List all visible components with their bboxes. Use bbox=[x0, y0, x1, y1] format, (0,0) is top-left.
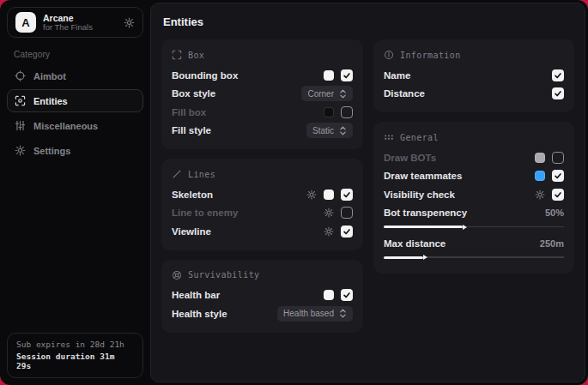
gear-icon[interactable] bbox=[324, 226, 334, 237]
checkbox-fill-box[interactable] bbox=[341, 106, 353, 118]
setting-row-viewline: Viewline bbox=[172, 222, 353, 241]
checkbox-distance[interactable] bbox=[552, 87, 564, 99]
setting-label: Fill style bbox=[172, 125, 306, 135]
color-swatch[interactable] bbox=[324, 70, 334, 81]
slider-max-distance[interactable] bbox=[384, 254, 564, 262]
chevrons-up-down-icon bbox=[339, 89, 347, 99]
chevrons-up-down-icon bbox=[339, 309, 347, 318]
checkbox-name[interactable] bbox=[552, 69, 564, 81]
check-icon bbox=[554, 171, 562, 180]
checkbox-line-to-enemy[interactable] bbox=[341, 207, 353, 219]
check-icon bbox=[554, 71, 562, 80]
check-icon bbox=[554, 89, 562, 98]
sidebar-item-label: Settings bbox=[33, 146, 70, 156]
color-swatch[interactable] bbox=[324, 189, 334, 200]
main-panel: Entities Box Bounding box bbox=[150, 3, 585, 382]
setting-row-bot-transparency: Bot transpenency 50% bbox=[384, 204, 564, 223]
color-swatch[interactable] bbox=[324, 107, 334, 117]
checkbox-visibility-check[interactable] bbox=[552, 189, 564, 201]
setting-label: Health bar bbox=[172, 290, 324, 300]
setting-label: Line to enemy bbox=[172, 208, 324, 218]
sidebar-item-label: Entities bbox=[33, 96, 68, 106]
setting-label: Health style bbox=[172, 309, 277, 319]
slider-thumb[interactable] bbox=[423, 255, 427, 260]
life-ring-icon bbox=[172, 270, 182, 280]
dropdown-value: Health based bbox=[283, 309, 334, 318]
card-information: Information Name Distance bbox=[373, 39, 574, 112]
slider-value: 50% bbox=[545, 208, 564, 218]
checkbox-draw-bots[interactable] bbox=[552, 152, 564, 164]
sidebar-item-miscellaneous[interactable]: Miscellaneous bbox=[7, 114, 143, 137]
app-subtitle: for The Finals bbox=[43, 23, 117, 33]
checkbox-health-bar[interactable] bbox=[341, 289, 353, 301]
grid-glyph bbox=[384, 132, 394, 142]
setting-row-draw-bots: Draw BOTs bbox=[384, 148, 564, 167]
setting-row-fill-style: Fill style Static bbox=[172, 122, 353, 141]
setting-label: Bot transpenency bbox=[384, 208, 545, 218]
gear-icon[interactable] bbox=[124, 17, 135, 28]
slider-track bbox=[423, 256, 564, 258]
gear-icon[interactable] bbox=[535, 189, 545, 200]
color-swatch[interactable] bbox=[535, 153, 545, 163]
dropdown-fill-style[interactable]: Static bbox=[306, 123, 353, 138]
checkbox-viewline[interactable] bbox=[341, 226, 353, 238]
slider-value: 250m bbox=[540, 238, 564, 249]
dropdown-box-style[interactable]: Corner bbox=[301, 86, 353, 101]
setting-label: Viewline bbox=[172, 226, 324, 237]
setting-row-health-bar: Health bar bbox=[172, 286, 353, 305]
info-icon bbox=[384, 50, 394, 60]
setting-row-skeleton: Skeleton bbox=[172, 185, 353, 204]
entities-scan-icon bbox=[15, 95, 26, 106]
setting-row-fill-box: Fill box bbox=[172, 103, 353, 122]
chevrons-up-down-icon bbox=[339, 126, 347, 135]
setting-label: Draw BOTs bbox=[384, 153, 535, 163]
setting-row-line-to-enemy: Line to enemy bbox=[172, 204, 353, 223]
sidebar-item-entities[interactable]: Entities bbox=[7, 89, 143, 112]
card-survivability: Survivability Health bar Health style He… bbox=[161, 260, 363, 333]
app-name: Arcane bbox=[43, 13, 117, 23]
card-title: Information bbox=[400, 51, 461, 60]
dropdown-health-style[interactable]: Health based bbox=[277, 306, 353, 322]
setting-label: Max distance bbox=[384, 238, 540, 249]
gear-icon[interactable] bbox=[324, 208, 334, 218]
sidebar-item-aimbot[interactable]: Aimbot bbox=[7, 64, 143, 87]
color-swatch[interactable] bbox=[535, 171, 545, 181]
checkbox-draw-teammates[interactable] bbox=[552, 170, 564, 182]
crosshair-icon bbox=[15, 70, 26, 81]
gear-icon[interactable] bbox=[306, 189, 317, 200]
page-title: Entities bbox=[163, 15, 574, 28]
setting-row-name: Name bbox=[384, 66, 564, 85]
line-icon bbox=[172, 169, 182, 179]
subscription-info-card: Sub expires in 28d 21h Session duration … bbox=[7, 333, 143, 378]
dropdown-value: Corner bbox=[307, 89, 334, 99]
sidebar-item-settings[interactable]: Settings bbox=[7, 139, 143, 162]
setting-label: Draw teammates bbox=[384, 171, 535, 181]
gear-icon bbox=[15, 145, 26, 156]
check-icon bbox=[342, 291, 351, 299]
setting-row-draw-teammates: Draw teammates bbox=[384, 167, 564, 186]
setting-label: Distance bbox=[384, 88, 552, 99]
slider-thumb[interactable] bbox=[463, 225, 467, 230]
sub-expires-text: Sub expires in 28d 21h bbox=[16, 340, 134, 349]
card-lines: Lines Skeleton Line to enemy bbox=[161, 159, 363, 250]
card-title: Box bbox=[188, 51, 204, 60]
checkbox-bounding-box[interactable] bbox=[341, 69, 353, 81]
setting-row-distance: Distance bbox=[384, 85, 564, 104]
slider-bot-transparency[interactable] bbox=[384, 223, 564, 231]
card-general: General Draw BOTs Draw teammates bbox=[373, 122, 574, 274]
sliders-icon bbox=[15, 120, 26, 131]
check-icon bbox=[554, 190, 562, 199]
check-icon bbox=[342, 190, 351, 199]
slider-fill bbox=[384, 226, 463, 228]
app-window: A Arcane for The Finals Category Aimbot … bbox=[0, 0, 588, 385]
dropdown-value: Static bbox=[312, 126, 334, 135]
setting-label: Name bbox=[384, 70, 552, 81]
checkbox-skeleton[interactable] bbox=[341, 189, 353, 201]
setting-row-visibility-check: Visibility check bbox=[384, 185, 564, 204]
card-title: General bbox=[400, 133, 439, 142]
slider-fill bbox=[384, 256, 423, 259]
setting-label: Skeleton bbox=[172, 189, 306, 200]
setting-label: Box style bbox=[172, 88, 301, 99]
color-swatch[interactable] bbox=[324, 290, 334, 300]
box-icon bbox=[172, 50, 182, 60]
